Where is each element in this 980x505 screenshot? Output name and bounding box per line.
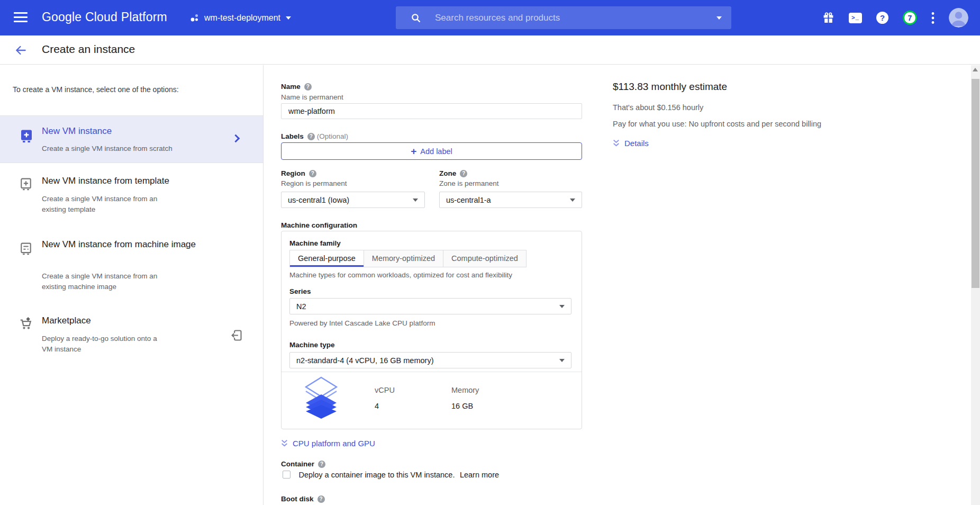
memory-value: 16 GB: [451, 402, 473, 410]
container-checkbox-text: Deploy a container image to this VM inst…: [298, 471, 455, 479]
zone-select[interactable]: us-central1-a: [439, 192, 582, 208]
region-hint: Region is permanent: [281, 179, 347, 187]
name-hint: Name is permanent: [281, 93, 343, 101]
machine-config-card: Machine family General-purpose Memory-op…: [281, 231, 582, 429]
vcpu-value: 4: [375, 402, 379, 410]
question-help-icon[interactable]: ?: [309, 170, 316, 177]
sidebar-item-marketplace[interactable]: Marketplace Deploy a ready-to-go solutio…: [0, 310, 263, 368]
template-icon: [19, 176, 33, 191]
menu-icon[interactable]: [14, 12, 28, 23]
machine-family-label: Machine family: [289, 239, 341, 247]
sidebar-item-new-vm-from-machine-image[interactable]: New VM instance from machine image Creat…: [0, 233, 263, 308]
gcp-create-instance-page: Google Cloud Platform wm-test-deployment: [0, 0, 980, 505]
learn-more-link[interactable]: Learn more: [460, 471, 499, 479]
plus-icon: +: [411, 146, 416, 157]
question-help-icon[interactable]: ?: [460, 170, 467, 177]
machine-image-icon: [19, 241, 33, 256]
details-link[interactable]: Details: [613, 139, 649, 148]
instance-form: Name ? Name is permanent Labels ? (Optio…: [281, 65, 582, 505]
project-name: wm-test-deployment: [204, 13, 280, 23]
machine-type-label: Machine type: [289, 341, 335, 349]
cluster-icon: [189, 13, 200, 23]
boot-disk-label: Boot disk: [281, 495, 314, 503]
project-selector[interactable]: wm-test-deployment: [189, 10, 291, 26]
estimate-title: $113.83 monthly estimate: [613, 81, 727, 93]
series-select[interactable]: N2: [289, 298, 571, 314]
add-label-button[interactable]: + Add label: [281, 142, 582, 160]
chevron-down-icon: [286, 16, 291, 20]
question-help-icon[interactable]: ?: [307, 133, 315, 140]
sidebar-intro-text: To create a VM instance, select one of t…: [13, 85, 179, 94]
chevron-down-icon: [570, 199, 575, 202]
container-label: Container: [281, 460, 314, 468]
kebab-menu-icon[interactable]: [931, 12, 934, 24]
import-icon: [229, 328, 243, 342]
cpu-platform-gpu-link[interactable]: CPU platform and GPU: [281, 439, 375, 448]
scrollbar-thumb[interactable]: [972, 79, 979, 288]
gcp-logo[interactable]: Google Cloud Platform: [42, 10, 167, 24]
top-bar: Google Cloud Platform wm-test-deployment: [0, 0, 980, 35]
container-checkbox-row: Deploy a container image to this VM inst…: [283, 470, 499, 480]
marketplace-cart-icon: [19, 316, 34, 332]
zone-hint: Zone is permanent: [439, 179, 499, 187]
machine-type-value: n2-standard-4 (4 vCPU, 16 GB memory): [296, 356, 559, 365]
question-help-icon[interactable]: ?: [318, 461, 325, 468]
region-value: us-central1 (Iowa): [288, 196, 413, 204]
sidebar-item-title: New VM instance: [42, 125, 112, 137]
vcpu-label: vCPU: [375, 386, 395, 394]
sidebar-item-desc: Create a single VM instance from an exis…: [42, 271, 166, 292]
machine-family-tabs: General-purpose Memory-optimized Compute…: [289, 250, 527, 267]
help-icon[interactable]: ?: [876, 12, 888, 24]
double-chevron-icon: [613, 139, 620, 147]
cpu-gpu-link-text: CPU platform and GPU: [293, 439, 375, 448]
add-label-text: Add label: [420, 147, 452, 156]
question-help-icon[interactable]: ?: [304, 83, 312, 91]
avatar[interactable]: [949, 8, 968, 28]
back-arrow-icon[interactable]: [14, 43, 28, 57]
region-select[interactable]: us-central1 (Iowa): [281, 192, 425, 208]
search-dropdown-caret-icon[interactable]: [716, 16, 722, 20]
search-icon: [411, 13, 421, 23]
content-area: To create a VM instance, select one of t…: [0, 65, 980, 505]
layers-icon: [304, 376, 339, 421]
vertical-scrollbar[interactable]: [971, 65, 980, 505]
notification-badge[interactable]: 7: [903, 11, 917, 25]
region-label: Region: [281, 169, 305, 177]
sidebar-item-title: New VM instance from machine image: [42, 239, 201, 250]
cloud-shell-icon[interactable]: >_: [849, 13, 862, 23]
sidebar-item-desc: Create a single VM instance from scratch: [42, 143, 195, 154]
name-label: Name: [281, 83, 301, 91]
search-bar[interactable]: [396, 6, 731, 29]
question-help-icon[interactable]: ?: [317, 495, 325, 503]
chevron-down-icon: [559, 305, 565, 308]
tab-memory-optimized[interactable]: Memory-optimized: [364, 250, 443, 267]
sidebar-item-new-vm-instance[interactable]: New VM instance Create a single VM insta…: [0, 115, 263, 163]
tab-general-purpose[interactable]: General-purpose: [290, 250, 364, 267]
machine-type-select[interactable]: n2-standard-4 (4 vCPU, 16 GB memory): [289, 352, 571, 368]
region-label-row: Region ?: [281, 169, 316, 177]
name-input[interactable]: [281, 103, 582, 119]
container-checkbox[interactable]: [283, 471, 291, 479]
sidebar-item-new-vm-from-template[interactable]: New VM instance from template Create a s…: [0, 171, 263, 229]
chevron-down-icon: [413, 199, 418, 202]
gift-icon[interactable]: [822, 12, 834, 24]
series-value: N2: [296, 302, 559, 311]
sidebar-item-title: New VM instance from template: [42, 175, 169, 187]
search-input[interactable]: [435, 13, 716, 23]
zone-value: us-central1-a: [446, 196, 570, 204]
sidebar-item-desc: Create a single VM instance from an exis…: [42, 194, 166, 215]
scroll-up-arrow-icon[interactable]: [973, 68, 978, 71]
sidebar-item-desc: Deploy a ready-to-go solution onto a VM …: [42, 333, 166, 355]
create-options-sidebar: To create a VM instance, select one of t…: [0, 65, 264, 505]
double-chevron-icon: [281, 439, 288, 447]
page-header: Create an instance: [0, 35, 980, 65]
machine-family-desc: Machine types for common workloads, opti…: [289, 271, 512, 279]
machine-stats-panel: vCPU 4 Memory 16 GB: [282, 372, 582, 429]
labels-optional: (Optional): [317, 132, 348, 140]
sidebar-item-title: Marketplace: [42, 315, 91, 327]
estimate-hourly: That's about $0.156 hourly: [613, 103, 703, 112]
series-desc: Powered by Intel Cascade Lake CPU platfo…: [289, 319, 435, 327]
series-label: Series: [289, 287, 311, 295]
tab-compute-optimized[interactable]: Compute-optimized: [443, 250, 526, 267]
zone-label-row: Zone ?: [439, 169, 467, 177]
